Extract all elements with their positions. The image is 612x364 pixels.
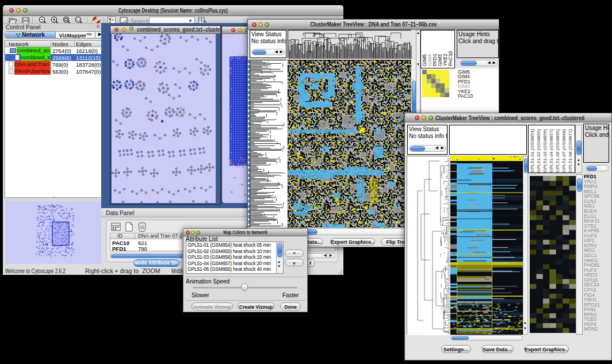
svg-text:1:1: 1:1 bbox=[76, 18, 81, 21]
